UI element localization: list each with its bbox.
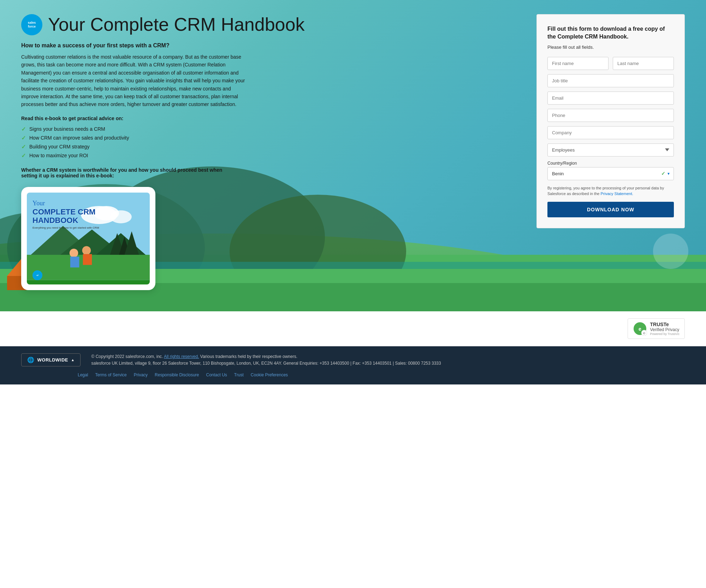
tablet-subtitle-text: Everything you need to know to get start… bbox=[32, 226, 99, 229]
svg-rect-22 bbox=[70, 257, 79, 267]
list-item: ✓ How to maximize your ROI bbox=[21, 151, 522, 160]
svg-text:e: e bbox=[639, 326, 642, 332]
footer-link-terms[interactable]: Terms of Service bbox=[95, 372, 126, 377]
copyright-text: © Copyright 2022 salesforce.com, inc. Al… bbox=[91, 353, 441, 367]
last-name-input[interactable] bbox=[613, 57, 674, 70]
footer-link-cookie[interactable]: Cookie Preferences bbox=[251, 372, 288, 377]
email-input[interactable] bbox=[547, 92, 674, 105]
footer-link-responsible[interactable]: Responsible Disclosure bbox=[155, 372, 199, 377]
page-title: Your Complete CRM Handbook bbox=[48, 14, 304, 35]
company-input[interactable] bbox=[547, 126, 674, 139]
footer-link-trust[interactable]: Trust bbox=[234, 372, 244, 377]
footer-links: Legal Terms of Service Privacy Responsib… bbox=[78, 372, 685, 377]
list-item: ✓ How CRM can improve sales and producti… bbox=[21, 134, 522, 142]
privacy-link[interactable]: Privacy Statement. bbox=[600, 192, 633, 196]
globe-icon: 🌐 bbox=[27, 357, 35, 363]
job-title-input[interactable] bbox=[547, 74, 674, 87]
tablet-your-text: Your bbox=[32, 200, 99, 207]
subtitle: How to make a success of your first step… bbox=[21, 42, 522, 49]
checkmark-icon: ✓ bbox=[21, 135, 26, 141]
country-label: Country/Region bbox=[547, 161, 674, 166]
list-item: ✓ Building your CRM strategy bbox=[21, 142, 522, 151]
download-button[interactable]: DOWNLOAD NOW bbox=[547, 202, 674, 217]
worldwide-label: WORLDWIDE bbox=[37, 357, 69, 363]
worldwide-button[interactable]: 🌐 WORLDWIDE ▲ bbox=[21, 353, 81, 366]
truste-powered-text: Powered by TrustArc bbox=[650, 332, 680, 336]
footer-link-privacy[interactable]: Privacy bbox=[134, 372, 148, 377]
truste-main-text: TRUSTe bbox=[650, 322, 680, 327]
form-heading: Fill out this form to download a free co… bbox=[547, 25, 674, 41]
salesforce-logo: salesforce bbox=[21, 14, 42, 35]
truste-icon: e © bbox=[633, 322, 647, 336]
footer-link-contact[interactable]: Contact Us bbox=[206, 372, 227, 377]
first-name-input[interactable] bbox=[547, 57, 609, 70]
body-text: Cultivating customer relations is the mo… bbox=[21, 53, 247, 108]
tablet-salesforce-logo: sf bbox=[32, 270, 42, 280]
footer-link-legal[interactable]: Legal bbox=[78, 372, 88, 377]
all-rights-link[interactable]: All rights reserved. bbox=[164, 354, 199, 359]
footer: 🌐 WORLDWIDE ▲ © Copyright 2022 salesforc… bbox=[0, 346, 706, 384]
svg-point-21 bbox=[82, 246, 91, 255]
country-select[interactable]: Benin United Kingdom United States Franc… bbox=[547, 167, 674, 180]
svg-text:©: © bbox=[643, 332, 646, 335]
tablet-illustration: Your COMPLETE CRMHANDBOOK Everything you… bbox=[21, 187, 155, 290]
checkmark-icon: ✓ bbox=[21, 152, 26, 159]
checkmark-icon: ✓ bbox=[21, 143, 26, 150]
checkmark-icon: ✓ bbox=[21, 126, 26, 133]
decorative-circle bbox=[653, 234, 688, 269]
trust-section: e © TRUSTe Verified Privacy Powered by T… bbox=[0, 311, 706, 346]
privacy-note: By registering, you agree to the process… bbox=[547, 185, 674, 197]
checklist: ✓ Signs your business needs a CRM ✓ How … bbox=[21, 125, 522, 160]
svg-point-12 bbox=[110, 210, 131, 223]
phone-input[interactable] bbox=[547, 109, 674, 122]
list-item: ✓ Signs your business needs a CRM bbox=[21, 125, 522, 134]
svg-rect-23 bbox=[83, 254, 92, 265]
tablet-complete-text: COMPLETE CRMHANDBOOK bbox=[32, 208, 99, 225]
chevron-up-icon: ▲ bbox=[71, 358, 75, 362]
form-panel: Fill out this form to download a free co… bbox=[536, 14, 685, 228]
employees-select[interactable]: Employees 1-10 11-50 51-200 201-500 501-… bbox=[547, 143, 674, 157]
cta-text: Whether a CRM system is worthwhile for y… bbox=[21, 167, 233, 178]
svg-point-20 bbox=[70, 248, 78, 257]
truste-badge: e © TRUSTe Verified Privacy Powered by T… bbox=[628, 318, 685, 339]
form-subheading: Please fill out all fields. bbox=[547, 45, 674, 50]
checklist-title: Read this e-book to get practical advice… bbox=[21, 116, 522, 121]
truste-verified-text: Verified Privacy bbox=[650, 327, 680, 332]
